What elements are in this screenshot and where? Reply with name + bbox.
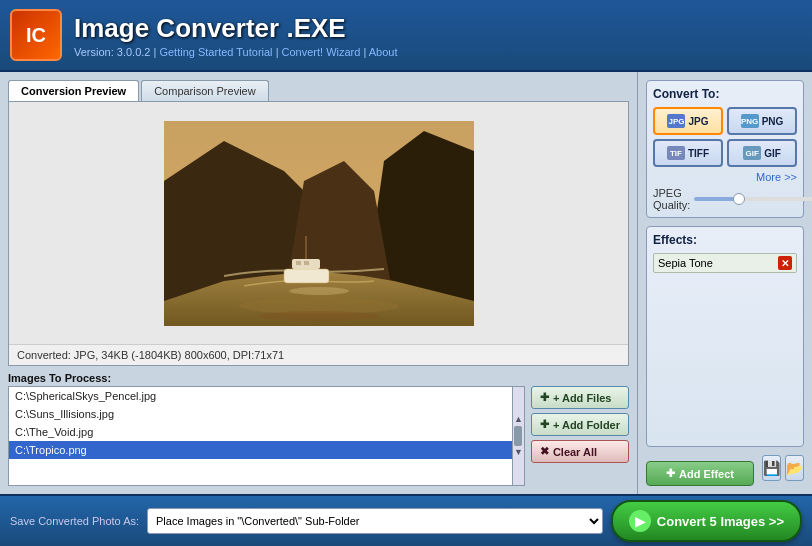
convert-button[interactable]: ▶ Convert 5 Images >>	[611, 500, 802, 542]
effects-list: Sepia Tone ✕	[653, 253, 797, 303]
add-effect-label: Add Effect	[679, 468, 734, 480]
svg-rect-11	[304, 261, 309, 265]
save-label: Save Converted Photo As:	[10, 515, 139, 527]
header-text: Image Converter .EXE Version: 3.0.0.2 | …	[74, 13, 398, 58]
add-files-button[interactable]: ✚ + Add Files	[531, 386, 629, 409]
svg-point-6	[259, 311, 379, 321]
add-folder-button[interactable]: ✚ + Add Folder	[531, 413, 629, 436]
add-files-label: + Add Files	[553, 392, 612, 404]
nav-getting-started[interactable]: Getting Started Tutorial	[159, 46, 272, 58]
preview-tabs: Conversion Preview Comparison Preview	[8, 80, 629, 101]
effect-remove-button[interactable]: ✕	[778, 256, 792, 270]
header-nav: Version: 3.0.0.2 | Getting Started Tutor…	[74, 46, 398, 58]
effects-title: Effects:	[653, 233, 797, 247]
svg-rect-10	[296, 261, 301, 265]
png-icon: PNG	[741, 114, 759, 128]
main-content: Conversion Preview Comparison Preview	[0, 72, 812, 494]
tiff-icon: TIF	[667, 146, 685, 160]
convert-to-title: Convert To:	[653, 87, 797, 101]
gif-label: GIF	[764, 148, 781, 159]
format-grid: JPG JPG PNG PNG TIF TIFF GIF GIF	[653, 107, 797, 167]
quality-slider[interactable]	[694, 197, 812, 201]
format-gif-button[interactable]: GIF GIF	[727, 139, 797, 167]
files-label: Images To Process:	[8, 372, 629, 384]
files-scrollbar[interactable]: ▲ ▼	[513, 386, 525, 486]
effect-item: Sepia Tone ✕	[653, 253, 797, 273]
add-effect-icon: ✚	[666, 467, 675, 480]
tab-conversion-preview[interactable]: Conversion Preview	[8, 80, 139, 101]
tab-comparison-preview[interactable]: Comparison Preview	[141, 80, 268, 101]
jpg-label: JPG	[688, 116, 708, 127]
files-section: Images To Process: C:\SphericalSkys_Penc…	[8, 372, 629, 486]
add-folder-icon: ✚	[540, 418, 549, 431]
save-icon-button[interactable]: 💾	[762, 455, 781, 481]
preview-image	[164, 121, 474, 326]
file-item-selected[interactable]: C:\Tropico.png	[9, 441, 512, 459]
convert-to-section: Convert To: JPG JPG PNG PNG TIF TIFF GIF…	[646, 80, 804, 218]
files-buttons: ✚ + Add Files ✚ + Add Folder ✖ Clear All	[531, 386, 629, 486]
more-formats-link[interactable]: More >>	[653, 171, 797, 183]
preview-status: Converted: JPG, 34KB (-1804KB) 800x600, …	[9, 344, 628, 365]
svg-point-12	[289, 287, 349, 295]
bottom-bar: Save Converted Photo As: Place Images in…	[0, 494, 812, 546]
preview-image-container	[9, 102, 628, 344]
save-location-select[interactable]: Place Images in "\Converted\" Sub-Folder…	[147, 508, 603, 534]
files-list[interactable]: C:\SphericalSkys_Pencel.jpg C:\Suns_Illi…	[8, 386, 513, 486]
open-icon-button[interactable]: 📂	[785, 455, 804, 481]
gif-icon: GIF	[743, 146, 761, 160]
add-folder-label: + Add Folder	[553, 419, 620, 431]
format-png-button[interactable]: PNG PNG	[727, 107, 797, 135]
app-title: Image Converter .EXE	[74, 13, 398, 44]
file-item[interactable]: C:\The_Void.jpg	[9, 423, 512, 441]
clear-all-label: Clear All	[553, 446, 597, 458]
version-label: Version: 3.0.0.2	[74, 46, 150, 58]
format-tiff-button[interactable]: TIF TIFF	[653, 139, 723, 167]
app-logo: IC	[10, 9, 62, 61]
quality-label: JPEG Quality:	[653, 187, 690, 211]
left-panel: Conversion Preview Comparison Preview	[0, 72, 637, 494]
png-label: PNG	[762, 116, 784, 127]
effects-section: Effects: Sepia Tone ✕	[646, 226, 804, 447]
clear-icon: ✖	[540, 445, 549, 458]
svg-rect-7	[284, 269, 329, 283]
file-item[interactable]: C:\SphericalSkys_Pencel.jpg	[9, 387, 512, 405]
app-header: IC Image Converter .EXE Version: 3.0.0.2…	[0, 0, 812, 72]
files-container: C:\SphericalSkys_Pencel.jpg C:\Suns_Illi…	[8, 386, 629, 486]
effect-label: Sepia Tone	[658, 257, 713, 269]
tiff-label: TIFF	[688, 148, 709, 159]
file-item[interactable]: C:\Suns_Illisions.jpg	[9, 405, 512, 423]
add-effect-button[interactable]: ✚ Add Effect	[646, 461, 754, 486]
right-panel-bottom: ✚ Add Effect 💾 📂	[646, 455, 804, 486]
jpg-icon: JPG	[667, 114, 685, 128]
nav-wizard[interactable]: Convert! Wizard	[282, 46, 361, 58]
clear-all-button[interactable]: ✖ Clear All	[531, 440, 629, 463]
right-panel: Convert To: JPG JPG PNG PNG TIF TIFF GIF…	[637, 72, 812, 494]
add-files-icon: ✚	[540, 391, 549, 404]
preview-area: Converted: JPG, 34KB (-1804KB) 800x600, …	[8, 101, 629, 366]
convert-button-label: Convert 5 Images >>	[657, 514, 784, 529]
format-jpg-button[interactable]: JPG JPG	[653, 107, 723, 135]
convert-icon: ▶	[629, 510, 651, 532]
nav-about[interactable]: About	[369, 46, 398, 58]
quality-row: JPEG Quality: 33	[653, 187, 797, 211]
